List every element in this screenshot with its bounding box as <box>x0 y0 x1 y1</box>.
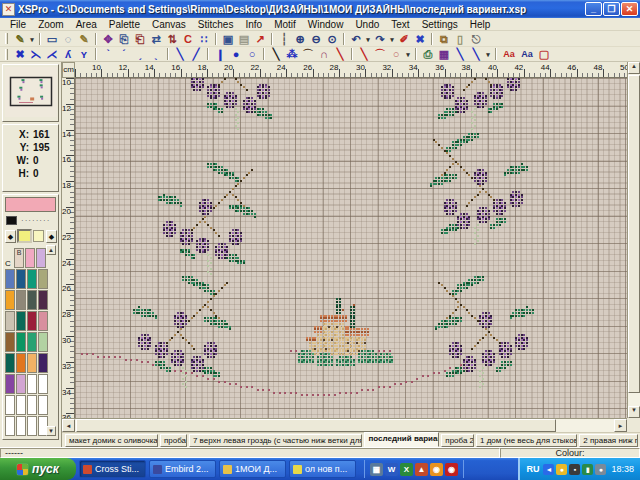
menu-settings[interactable]: Settings <box>416 19 464 30</box>
menu-window[interactable]: Window <box>302 19 350 30</box>
palette-swatch[interactable] <box>5 395 15 415</box>
menu-text[interactable]: Text <box>385 19 415 30</box>
menu-zoom[interactable]: Zoom <box>32 19 70 30</box>
palette-header-swatch[interactable] <box>36 248 46 268</box>
window-titlebar[interactable]: ✕ XSPro - C:\Documents and Settings\Rimm… <box>0 0 640 18</box>
pin-stitch-tool[interactable]: ❙ <box>212 47 228 61</box>
half-stitch-forward-tool[interactable]: ╱ <box>188 47 204 61</box>
marker-left-button[interactable]: ◆ <box>5 230 16 243</box>
zoom-out-button[interactable]: ⊖ <box>308 32 324 46</box>
horizontal-scroll-thumb[interactable] <box>76 419 556 432</box>
quicklaunch-paint-icon[interactable]: ▲ <box>415 463 428 476</box>
three-quarter-stitch-tool-2[interactable]: ⋌ <box>44 47 60 61</box>
full-cross-stitch-tool[interactable]: ✖ <box>12 47 28 61</box>
motif-grid-button[interactable]: ▦ <box>436 47 452 61</box>
quarter-stitch-tool-2[interactable]: ˊ <box>116 47 132 61</box>
secondary-color-swatch[interactable] <box>33 230 44 242</box>
scroll-left-button[interactable]: ◄ <box>62 419 75 432</box>
menu-undo[interactable]: Undo <box>349 19 385 30</box>
backstitch-multi-tool[interactable]: ⁂ <box>284 47 300 61</box>
palette-header-swatch[interactable] <box>25 248 35 268</box>
text-tool[interactable]: Aa <box>518 47 536 61</box>
menu-motif[interactable]: Motif <box>268 19 302 30</box>
circle-dropdown[interactable]: ▾ <box>404 47 412 61</box>
quicklaunch-orange-icon[interactable]: ◉ <box>430 463 443 476</box>
erase-stitch-button[interactable]: ✖ <box>412 32 428 46</box>
flip-horizontal-tool[interactable]: ⇄ <box>148 32 164 46</box>
palette-swatch[interactable] <box>16 290 26 310</box>
task-button-0[interactable]: Cross Sti... <box>79 460 146 478</box>
palette-swatch[interactable] <box>38 374 48 394</box>
marker-right-button[interactable]: ◆ <box>46 230 57 243</box>
tab-5[interactable]: 1 дом (не весь для стыковки) <box>476 434 577 447</box>
copy-selection-tool[interactable]: ⎘ <box>116 32 132 46</box>
tray-color-icon[interactable]: ● <box>556 464 567 475</box>
palette-swatch[interactable] <box>38 395 48 415</box>
palette-swatch[interactable] <box>38 353 48 373</box>
quicklaunch-word-icon[interactable]: W <box>385 463 398 476</box>
undo-button[interactable]: ↶ <box>348 32 364 46</box>
pencil-tool[interactable]: ✎ <box>12 32 28 46</box>
palette-swatch[interactable] <box>38 311 48 331</box>
pencil-dropdown[interactable]: ▾ <box>28 32 36 46</box>
palette-swatch[interactable] <box>16 374 26 394</box>
preview-panel[interactable] <box>2 64 59 122</box>
flip-vertical-tool[interactable]: ⇅ <box>164 32 180 46</box>
palette-swatch[interactable] <box>27 395 37 415</box>
tab-2[interactable]: 7 верхн левая гроздь (с частью ниж ветки… <box>189 434 363 447</box>
motif-manager-button[interactable]: ⎙ <box>420 47 436 61</box>
scroll-up-button[interactable]: ▲ <box>628 62 640 74</box>
palette-swatch[interactable] <box>16 353 26 373</box>
undo-dropdown[interactable]: ▾ <box>364 32 372 46</box>
palette-swatch[interactable] <box>38 269 48 289</box>
design-canvas[interactable] <box>75 78 628 418</box>
longstitch-tool[interactable]: ╲ <box>356 47 372 61</box>
palette-swatch[interactable] <box>5 416 15 436</box>
curve-stitch-tool-1[interactable]: ⌒ <box>300 47 316 61</box>
palette-scroll-up-button[interactable]: ▲ <box>46 245 56 255</box>
palette-swatch[interactable] <box>5 332 15 352</box>
redo-dropdown[interactable]: ▾ <box>388 32 396 46</box>
freehand-select-tool[interactable]: ✎ <box>76 32 92 46</box>
backstitch-tool[interactable]: ╲ <box>268 47 284 61</box>
quarter-stitch-tool-1[interactable]: ˋ <box>100 47 116 61</box>
task-button-1[interactable]: Embird 2... <box>149 460 216 478</box>
tray-language-icon[interactable]: ◄ <box>543 464 554 475</box>
zoom-actual-button[interactable]: ⊙ <box>324 32 340 46</box>
zoom-in-button[interactable]: ⊕ <box>292 32 308 46</box>
palette-swatch[interactable] <box>27 311 37 331</box>
special-stitch-tool-1[interactable]: ╲ <box>452 47 468 61</box>
palette-swatch[interactable] <box>38 290 48 310</box>
tray-app-icon[interactable]: ▪ <box>569 464 580 475</box>
half-cross-tool-1[interactable]: ʎ <box>60 47 76 61</box>
overview-window-button[interactable]: ▣ <box>220 32 236 46</box>
tab-3[interactable]: последний вариант <box>364 432 439 447</box>
palette-swatch[interactable] <box>5 311 15 331</box>
tray-volume-icon[interactable]: ● <box>595 464 606 475</box>
text-tool-red[interactable]: Aa <box>500 47 518 61</box>
half-stitch-back-tool[interactable]: ╲ <box>172 47 188 61</box>
rotate-tool[interactable]: C <box>180 32 196 46</box>
palette-swatch[interactable] <box>27 374 37 394</box>
quicklaunch-media-icon[interactable]: ◉ <box>445 463 458 476</box>
paste-selection-tool[interactable]: ⎗ <box>132 32 148 46</box>
current-color-swatch[interactable] <box>5 197 56 212</box>
palette-swatch[interactable] <box>27 290 37 310</box>
palette-swatch[interactable] <box>5 374 15 394</box>
palette-swatch[interactable] <box>16 395 26 415</box>
circle-tool[interactable]: ○ <box>388 47 404 61</box>
vertical-scrollbar[interactable]: ▲ ▼ <box>627 62 640 418</box>
palette-swatch[interactable] <box>27 416 37 436</box>
menu-help[interactable]: Help <box>464 19 497 30</box>
draw-color-pencil[interactable]: ✐ <box>396 32 412 46</box>
tab-4[interactable]: проба 2 <box>441 434 474 447</box>
taskbar-clock[interactable]: 18:38 <box>611 464 634 474</box>
palette-swatch[interactable] <box>27 332 37 352</box>
task-button-2[interactable]: 1МОИ Д... <box>219 460 286 478</box>
tab-0[interactable]: макет домик с оливочками <box>65 434 158 447</box>
palette-scroll-down-button[interactable]: ▼ <box>46 426 56 436</box>
black-color-swatch[interactable] <box>6 216 17 225</box>
redo-button[interactable]: ↷ <box>372 32 388 46</box>
copy-chart-button[interactable]: ⧉ <box>436 32 452 46</box>
export-window-button[interactable]: ⎋ <box>468 32 484 46</box>
